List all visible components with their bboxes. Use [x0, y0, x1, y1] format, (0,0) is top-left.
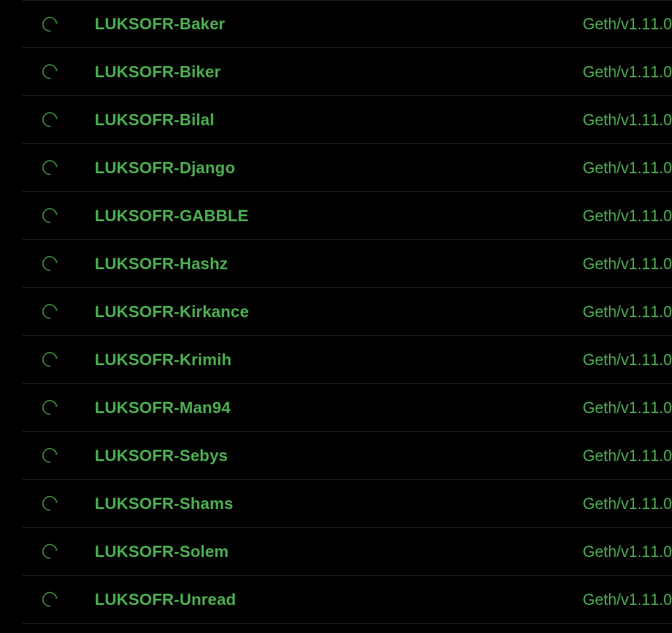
node-version: Geth/v1.11.0	[583, 543, 672, 561]
node-row[interactable]: LUKSOFR-Sebys Geth/v1.11.0	[22, 432, 672, 480]
node-row[interactable]: LUKSOFR-Krimih Geth/v1.11.0	[22, 336, 672, 384]
node-version: Geth/v1.11.0	[583, 255, 672, 273]
status-loading-icon	[41, 351, 59, 368]
status-loading-icon	[41, 16, 59, 33]
node-row[interactable]: LUKSOFR-Bilal Geth/v1.11.0	[22, 96, 672, 144]
node-row[interactable]: LUKSOFR-Shams Geth/v1.11.0	[22, 480, 672, 528]
node-name: LUKSOFR-Krimih	[95, 350, 583, 369]
node-row[interactable]: LUKSOFR-Kirkance Geth/v1.11.0	[22, 288, 672, 336]
status-loading-icon	[41, 495, 59, 512]
node-version: Geth/v1.11.0	[583, 591, 672, 609]
node-version: Geth/v1.11.0	[583, 447, 672, 465]
status-loading-icon	[41, 159, 59, 176]
node-row[interactable]: LUKSOFR-Man94 Geth/v1.11.0	[22, 384, 672, 432]
status-loading-icon	[41, 591, 59, 608]
node-name: LUKSOFR-Solem	[95, 542, 583, 561]
node-name: LUKSOFR-Kirkance	[95, 302, 583, 321]
status-loading-icon	[41, 447, 59, 464]
node-name: LUKSOFR-Shams	[95, 494, 583, 513]
node-name: LUKSOFR-Sebys	[95, 446, 583, 465]
node-name: LUKSOFR-Man94	[95, 398, 583, 417]
status-loading-icon	[41, 399, 59, 416]
node-version: Geth/v1.11.0	[583, 351, 672, 369]
status-loading-icon	[41, 111, 59, 128]
status-loading-icon	[41, 255, 59, 272]
node-name: LUKSOFR-Django	[95, 158, 583, 178]
node-row[interactable]: LUKSOFR-Solem Geth/v1.11.0	[22, 528, 672, 576]
node-row[interactable]: LUKSOFR-Unread Geth/v1.11.0	[22, 576, 672, 624]
node-version: Geth/v1.11.0	[583, 15, 672, 33]
node-name: LUKSOFR-Biker	[95, 62, 583, 82]
node-version: Geth/v1.11.0	[583, 303, 672, 321]
status-loading-icon	[41, 63, 59, 80]
node-name: LUKSOFR-Bilal	[95, 110, 583, 130]
node-version: Geth/v1.11.0	[583, 495, 672, 513]
status-loading-icon	[41, 207, 59, 224]
node-row[interactable]: LUKSOFR-Biker Geth/v1.11.0	[22, 48, 672, 96]
node-version: Geth/v1.11.0	[583, 111, 672, 129]
node-list: LUKSOFR-Baker Geth/v1.11.0 LUKSOFR-Biker…	[0, 0, 672, 624]
node-row[interactable]: LUKSOFR-Django Geth/v1.11.0	[22, 144, 672, 192]
node-version: Geth/v1.11.0	[583, 399, 672, 417]
status-loading-icon	[41, 303, 59, 320]
node-version: Geth/v1.11.0	[583, 207, 672, 225]
status-loading-icon	[41, 543, 59, 560]
node-name: LUKSOFR-Hashz	[95, 254, 583, 274]
node-row[interactable]: LUKSOFR-Hashz Geth/v1.11.0	[22, 240, 672, 288]
node-row[interactable]: LUKSOFR-Baker Geth/v1.11.0	[22, 0, 672, 48]
node-version: Geth/v1.11.0	[583, 159, 672, 177]
node-name: LUKSOFR-GABBLE	[95, 206, 583, 226]
node-version: Geth/v1.11.0	[583, 63, 672, 81]
node-row[interactable]: LUKSOFR-GABBLE Geth/v1.11.0	[22, 192, 672, 240]
node-name: LUKSOFR-Unread	[95, 590, 583, 609]
node-name: LUKSOFR-Baker	[95, 14, 583, 34]
